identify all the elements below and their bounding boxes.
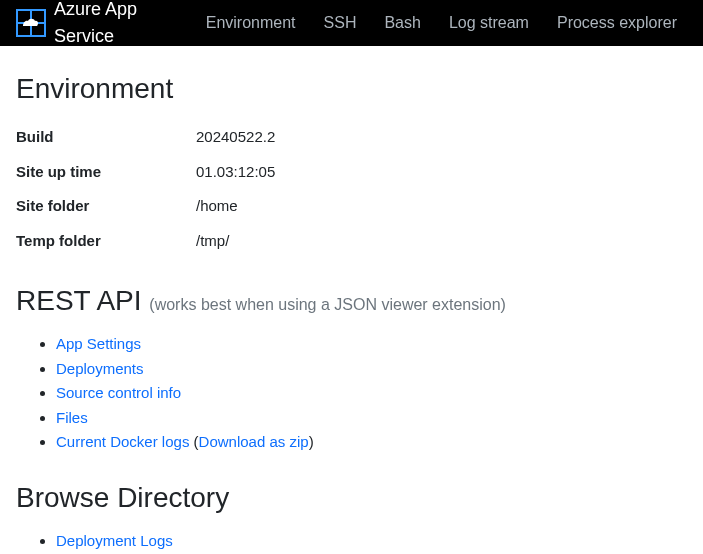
brand-label: Azure App Service [54,0,180,50]
link-source-control[interactable]: Source control info [56,384,181,401]
nav-log-stream[interactable]: Log stream [439,3,539,43]
link-deployment-logs[interactable]: Deployment Logs [56,532,173,549]
env-val-uptime: 01.03:12:05 [196,155,275,190]
environment-table: Build 20240522.2 Site up time 01.03:12:0… [16,120,275,258]
restapi-heading-text: REST API [16,285,149,316]
list-item: Deployments [56,357,687,382]
env-key-uptime: Site up time [16,155,196,190]
list-item: Current Docker logs (Download as zip) [56,430,687,455]
paren-open: ( [189,433,198,450]
nav-process-explorer[interactable]: Process explorer [547,3,687,43]
restapi-hint: (works best when using a JSON viewer ext… [149,296,506,313]
link-deployments[interactable]: Deployments [56,360,144,377]
nav-environment[interactable]: Environment [196,3,306,43]
nav-bash[interactable]: Bash [374,3,430,43]
nav-ssh[interactable]: SSH [314,3,367,43]
restapi-heading: REST API (works best when using a JSON v… [16,280,687,322]
azure-cloud-icon [16,9,46,37]
list-item: App Settings [56,332,687,357]
env-key-tempfolder: Temp folder [16,224,196,259]
brand[interactable]: Azure App Service [16,0,180,50]
restapi-links: App Settings Deployments Source control … [16,332,687,455]
list-item: Source control info [56,381,687,406]
env-val-build: 20240522.2 [196,120,275,155]
env-key-sitefolder: Site folder [16,189,196,224]
navbar: Azure App Service Environment SSH Bash L… [0,0,703,46]
list-item: Files [56,406,687,431]
table-row: Build 20240522.2 [16,120,275,155]
link-download-zip[interactable]: Download as zip [199,433,309,450]
table-row: Site up time 01.03:12:05 [16,155,275,190]
table-row: Site folder /home [16,189,275,224]
link-docker-logs[interactable]: Current Docker logs [56,433,189,450]
table-row: Temp folder /tmp/ [16,224,275,259]
paren-close: ) [309,433,314,450]
browse-links: Deployment Logs Site wwwroot [16,529,687,555]
link-files[interactable]: Files [56,409,88,426]
list-item: Deployment Logs [56,529,687,554]
environment-heading: Environment [16,68,687,110]
link-app-settings[interactable]: App Settings [56,335,141,352]
main-content: Environment Build 20240522.2 Site up tim… [0,68,703,554]
env-val-sitefolder: /home [196,189,275,224]
env-val-tempfolder: /tmp/ [196,224,275,259]
browse-heading: Browse Directory [16,477,687,519]
env-key-build: Build [16,120,196,155]
